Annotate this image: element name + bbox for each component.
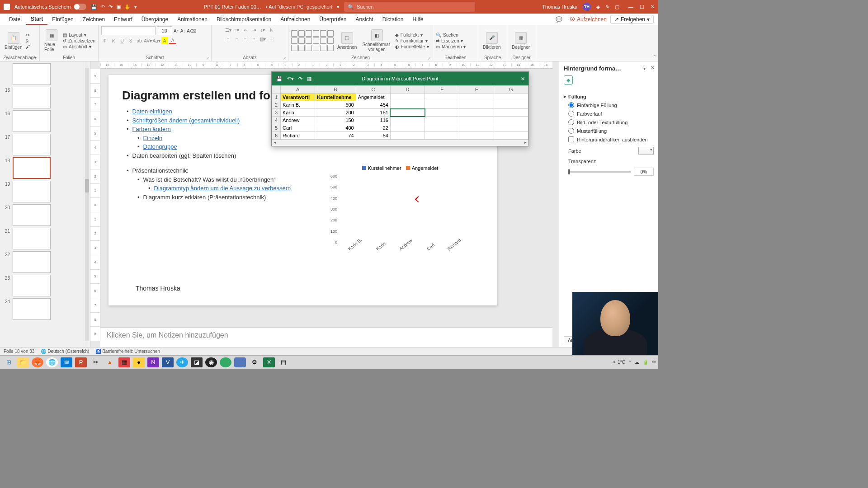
pane-options-icon[interactable]: ▾ [643,66,646,71]
close-icon[interactable]: ✕ [651,4,655,10]
tab-dictation[interactable]: Dictation [378,14,408,25]
tab-ansicht[interactable]: Ansicht [351,14,377,25]
visio-icon[interactable]: V [162,357,174,367]
slide-counter[interactable]: Folie 18 von 33 [4,349,34,354]
tab-animationen[interactable]: Animationen [173,14,212,25]
tab-praesentation[interactable]: Bildschirmpräsentation [212,14,276,25]
excel-icon[interactable]: X [263,357,275,367]
bullet-link[interactable]: Daten einfügen [132,108,172,115]
find-button[interactable]: 🔍 Suchen [436,33,466,38]
onenote-icon[interactable]: N [147,357,159,367]
arrange-button[interactable]: ⬚Anordnen [335,31,359,51]
share-button[interactable]: ↗Freigeben▾ [610,15,654,24]
tab-uebergaenge[interactable]: Übergänge [137,14,173,25]
bullet-text[interactable]: Daten bearbeiten (ggf. Spalten löschen) [127,151,497,160]
user-avatar[interactable]: TH [583,3,591,11]
thumbs-scrollbar[interactable] [84,61,90,347]
clear-format-icon[interactable]: A⌫ [187,28,196,33]
weather-tray[interactable]: ☀ 1°C [612,360,625,365]
replace-button[interactable]: ⇄ Ersetzen ▾ [436,38,466,43]
slide-thumb[interactable]: 23 [2,275,88,296]
pattern-fill-option[interactable]: Musterfüllung [568,128,654,134]
tab-zeichnen[interactable]: Zeichnen [78,14,109,25]
underline-button[interactable]: U [118,37,126,44]
data-grid[interactable]: ABCDEFG1VerantwortlKursteilnehmeAngemeld… [272,85,528,140]
color-picker-button[interactable] [638,147,654,155]
slide-thumb[interactable]: 16 [2,110,88,132]
chrome-icon[interactable]: 🌐 [46,357,58,367]
qat-more-icon[interactable]: ▾ [134,4,137,10]
dictate-button[interactable]: 🎤Diktieren [481,31,502,51]
ds-scrollbar[interactable]: ◂▸ [272,140,528,146]
format-painter-button[interactable]: 🖌 [26,44,30,49]
gradient-fill-option[interactable]: Farbverlauf [568,111,654,117]
save-icon[interactable]: 💾 [91,4,97,10]
tab-datei[interactable]: Datei [5,14,26,25]
transparency-value[interactable]: 0% [634,168,654,176]
firefox-icon[interactable]: 🦊 [32,357,43,367]
telegram-icon[interactable]: ✈ [176,357,188,367]
reset-button[interactable]: ↺ Zurücksetzen [63,38,95,43]
tab-aufzeichnen[interactable]: Aufzeichnen [276,14,315,25]
select-button[interactable]: ▭ Markieren ▾ [436,44,466,49]
slide-thumb[interactable]: 22 [2,251,88,273]
increase-font-icon[interactable]: A↑ [174,28,179,33]
copy-button[interactable]: ⎘ [26,38,30,43]
slide-thumb[interactable]: 17 [2,134,88,155]
shape-outline-button[interactable]: ✎ Formkontur ▾ [395,38,429,43]
snip-icon[interactable]: ✂ [90,357,101,367]
powerpoint-icon[interactable]: P [75,357,87,367]
indent-dec-button[interactable]: ⇤ [242,26,249,33]
ds-close-icon[interactable]: ✕ [521,76,525,82]
record-button[interactable]: ⦿Aufzeichnen [566,16,610,23]
redo-icon[interactable]: ↷ [108,4,113,10]
picture-fill-option[interactable]: Bild- oder Texturfüllung [568,119,654,125]
tab-hilfe[interactable]: Hilfe [408,14,428,25]
slide-thumb[interactable]: 18 [2,157,88,179]
indent-inc-button[interactable]: ⇥ [250,26,258,33]
align-center-button[interactable]: ≡ [233,35,241,42]
align-left-button[interactable]: ≡ [225,35,232,42]
slide-thumb[interactable]: 24 [2,298,88,320]
font-size-select[interactable]: 20 [157,26,172,35]
app-icon[interactable]: ▤ [278,357,289,367]
settings-icon[interactable]: ⚙ [249,357,260,367]
bold-button[interactable]: F [101,37,108,44]
chart-datasheet[interactable]: 💾 ↶▾ ↷ ▦ Diagramm in Microsoft PowerPoin… [271,71,529,146]
fill-section[interactable]: ▸ Füllung [564,94,654,99]
start-button[interactable]: ⊞ [3,357,14,367]
tray-chevron-icon[interactable]: ˄ [629,360,631,365]
filename-dropdown-icon[interactable]: ▾ [337,4,340,10]
window-icon[interactable]: ▢ [615,4,619,10]
app-icon[interactable] [234,357,246,367]
comments-icon[interactable]: 💬 [552,16,566,23]
designer-button[interactable]: ▦Designer [510,31,532,51]
tab-start[interactable]: Start [26,14,47,25]
slide-thumb[interactable]: 15 [2,87,88,108]
bullet-link[interactable]: Einzeln [143,135,163,141]
tab-einfuegen[interactable]: Einfügen [47,14,78,25]
font-color-button[interactable]: A [169,37,176,44]
bullet-link[interactable]: Diagrammtyp ändern um die Aussage zu ver… [154,185,291,192]
paste-button[interactable]: 📋Einfügen [3,31,24,51]
smartart-button[interactable]: ⬚ [268,35,275,42]
slide-thumb[interactable] [2,63,88,85]
section-button[interactable]: ▭ Abschnitt ▾ [63,44,95,49]
notes-pane[interactable]: Klicken Sie, um Notizen hinzuzufügen [100,327,552,347]
tab-ueberpruefen[interactable]: Überprüfen [315,14,351,25]
text-direction-button[interactable]: ⇅ [268,26,275,33]
search-box[interactable]: 🔍 Suchen [344,2,475,12]
mail-tray-icon[interactable]: ✉ [652,360,656,365]
ds-redo-icon[interactable]: ↷ [298,76,302,82]
touch-icon[interactable]: ✋ [124,4,131,10]
italic-button[interactable]: K [110,37,117,44]
app-icon[interactable]: ◪ [191,357,203,367]
line-spacing-button[interactable]: ↕▾ [259,26,266,33]
shape-effects-button[interactable]: ◐ Formeffekte ▾ [395,44,429,49]
vlc-icon[interactable]: ▲ [104,357,116,367]
app-icon[interactable]: ● [133,357,145,367]
bullets-button[interactable]: ☰▾ [225,26,232,33]
explorer-icon[interactable]: 📁 [17,357,29,367]
layout-button[interactable]: ▤ Layout ▾ [63,33,95,38]
case-button[interactable]: Aa▾ [153,37,160,44]
